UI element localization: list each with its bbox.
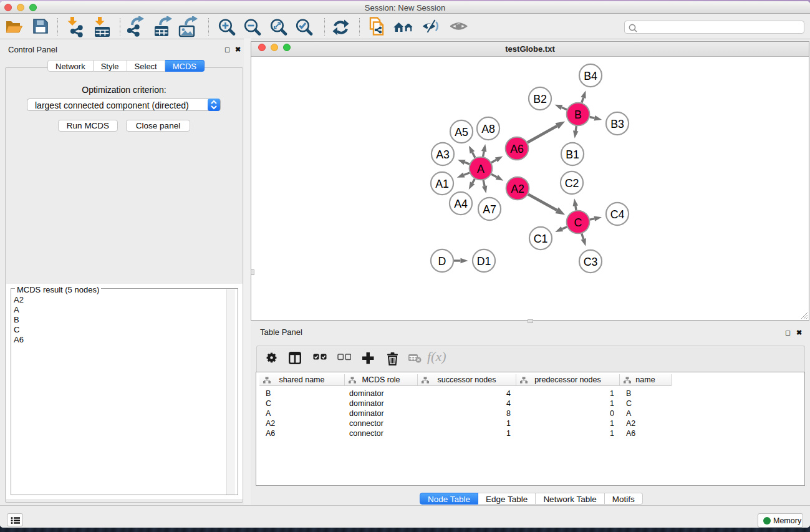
svg-text:A: A (477, 163, 485, 175)
svg-text:A6: A6 (510, 143, 524, 155)
svg-text:C4: C4 (610, 208, 625, 221)
svg-text:D1: D1 (477, 255, 491, 268)
svg-text:A4: A4 (454, 198, 468, 210)
svg-text:A2: A2 (511, 183, 524, 195)
svg-text:B2: B2 (533, 93, 547, 105)
svg-text:B1: B1 (566, 148, 579, 161)
svg-text:A8: A8 (481, 123, 495, 135)
svg-text:B: B (574, 109, 582, 121)
svg-text:A3: A3 (436, 148, 450, 161)
svg-text:C: C (574, 216, 582, 229)
svg-text:C3: C3 (584, 256, 598, 268)
svg-text:A7: A7 (483, 203, 496, 216)
svg-text:C1: C1 (534, 233, 548, 245)
svg-text:A5: A5 (455, 126, 468, 138)
svg-text:A1: A1 (435, 178, 449, 190)
svg-text:D: D (438, 255, 446, 268)
svg-text:B3: B3 (610, 118, 624, 130)
svg-text:B4: B4 (584, 70, 597, 82)
svg-text:C2: C2 (565, 177, 579, 190)
